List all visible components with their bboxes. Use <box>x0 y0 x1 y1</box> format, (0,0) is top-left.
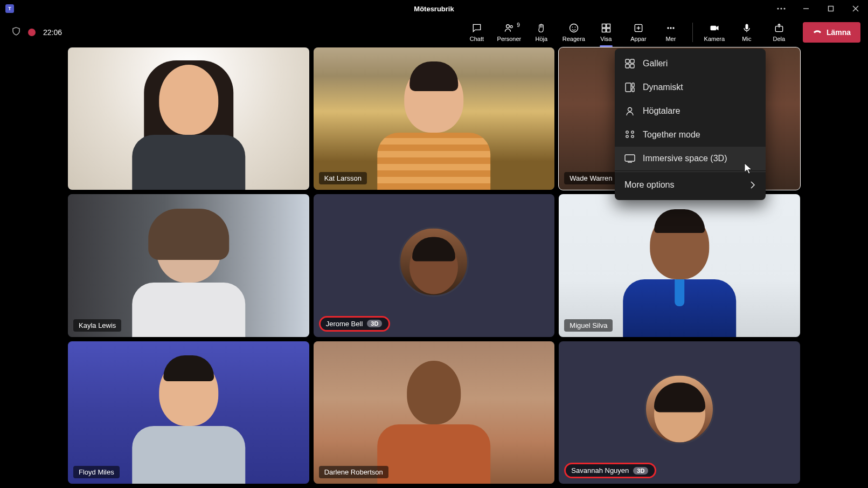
menu-item-label: Högtalare <box>643 106 680 116</box>
participant-tile[interactable]: Savannah Nguyen 3D <box>559 341 800 484</box>
participant-tile[interactable]: Kat Larsson <box>314 47 555 190</box>
svg-point-33 <box>626 131 628 133</box>
participant-name: Darlene Robertson <box>324 468 383 476</box>
app-icon: T <box>5 4 14 13</box>
badge-3d: 3D <box>367 320 382 327</box>
chat-button[interactable]: Chatt <box>461 19 493 46</box>
shield-icon <box>12 27 20 38</box>
meeting-timer: 22:06 <box>43 28 62 37</box>
more-button[interactable]: Mer <box>655 19 687 46</box>
menu-item-label: Galleri <box>643 59 668 68</box>
participant-nameplate: Kayla Lewis <box>73 319 121 332</box>
avatar-figure <box>359 358 509 484</box>
avatar-figure <box>605 211 754 337</box>
participant-nameplate: Floyd Miles <box>73 466 120 478</box>
react-label: Reagera <box>563 36 585 42</box>
participant-tile[interactable]: Jerome Bell 3D <box>314 194 555 336</box>
apps-label: Appar <box>630 36 646 42</box>
together-icon <box>624 129 635 140</box>
svg-point-32 <box>628 108 632 112</box>
speaker-icon <box>624 106 635 116</box>
participant-name: Kat Larsson <box>324 174 362 182</box>
toolbar-divider <box>692 23 693 42</box>
participant-tile[interactable]: Kayla Lewis <box>68 194 309 336</box>
svg-rect-30 <box>632 83 634 87</box>
chat-label: Chatt <box>470 36 484 42</box>
people-button[interactable]: 9 Personer <box>493 19 525 46</box>
grid-icon <box>624 58 635 69</box>
svg-rect-12 <box>602 24 606 28</box>
mic-button[interactable]: Mic <box>731 19 763 46</box>
close-icon[interactable] <box>843 0 868 17</box>
avatar-circle <box>644 374 714 444</box>
people-count: 9 <box>517 22 520 28</box>
svg-point-0 <box>777 8 779 9</box>
participant-tile[interactable]: Darlene Robertson <box>314 341 555 484</box>
participant-nameplate: Darlene Robertson <box>319 466 388 478</box>
view-label: Visa <box>600 36 612 42</box>
svg-rect-27 <box>626 64 629 68</box>
svg-point-36 <box>631 135 634 138</box>
menu-item-label: More options <box>624 180 675 190</box>
menu-item-label: Immersive space (3D) <box>643 154 727 163</box>
participant-tile[interactable] <box>68 47 309 190</box>
avatar-figure <box>114 65 263 190</box>
raise-label: Höja <box>536 36 548 42</box>
participant-name: Miguel Silva <box>570 321 607 329</box>
view-button[interactable]: Visa <box>590 19 622 46</box>
mouse-cursor <box>744 163 754 175</box>
svg-rect-4 <box>829 6 834 11</box>
menu-item-label: Dynamiskt <box>643 83 683 92</box>
participant-name: Jerome Bell <box>326 320 363 328</box>
ellipsis-titlebar[interactable] <box>769 0 794 17</box>
mic-label: Mic <box>742 36 751 42</box>
camera-button[interactable]: Kamera <box>698 19 731 46</box>
svg-point-10 <box>572 27 573 28</box>
svg-rect-14 <box>602 29 606 32</box>
svg-rect-13 <box>607 24 610 28</box>
raise-hand-button[interactable]: Höja <box>525 19 558 46</box>
participant-name: Savannah Nguyen <box>571 466 629 475</box>
minimize-icon[interactable] <box>794 0 818 17</box>
more-label: Mer <box>665 36 676 42</box>
participant-nameplate: Wade Warren <box>564 172 617 184</box>
menu-item-dynamic[interactable]: Dynamiskt <box>615 75 766 99</box>
menu-item-label: Together mode <box>643 130 700 140</box>
apps-button[interactable]: Appar <box>622 19 655 46</box>
view-menu: Galleri Dynamiskt Högtalare Together mod… <box>615 49 766 200</box>
participant-tile[interactable]: Floyd Miles <box>68 341 309 484</box>
menu-item-gallery[interactable]: Galleri <box>615 52 766 75</box>
participant-name: Floyd Miles <box>79 468 114 476</box>
avatar-figure <box>114 211 263 337</box>
share-button[interactable]: Dela <box>763 19 795 46</box>
menu-item-together[interactable]: Together mode <box>615 123 766 147</box>
svg-point-2 <box>783 8 785 9</box>
svg-rect-15 <box>607 29 610 32</box>
menu-item-immersive[interactable]: Immersive space (3D) <box>615 147 766 170</box>
svg-rect-31 <box>632 88 634 92</box>
dynamic-icon <box>624 82 635 93</box>
participant-nameplate-highlighted: Jerome Bell 3D <box>319 316 391 332</box>
svg-point-21 <box>672 27 674 29</box>
svg-point-7 <box>506 25 509 28</box>
svg-rect-22 <box>710 26 716 30</box>
participant-name: Kayla Lewis <box>79 321 116 329</box>
leave-button[interactable]: Lämna <box>803 22 860 43</box>
leave-label: Lämna <box>827 28 851 37</box>
menu-item-more-options[interactable]: More options <box>615 173 766 197</box>
maximize-icon[interactable] <box>818 0 843 17</box>
react-button[interactable]: Reagera <box>558 19 590 46</box>
svg-rect-29 <box>626 83 631 92</box>
svg-rect-25 <box>626 59 629 63</box>
participant-nameplate: Kat Larsson <box>319 172 367 184</box>
svg-point-20 <box>670 27 671 29</box>
camera-label: Kamera <box>704 36 725 42</box>
participant-nameplate: Miguel Silva <box>564 319 613 332</box>
avatar-figure <box>359 65 509 190</box>
participant-tile[interactable]: Miguel Silva <box>559 194 800 336</box>
menu-item-speaker[interactable]: Högtalare <box>615 99 766 123</box>
menu-separator <box>615 171 766 172</box>
svg-point-35 <box>626 135 628 138</box>
svg-rect-26 <box>630 59 634 63</box>
immersive-icon <box>624 153 635 164</box>
